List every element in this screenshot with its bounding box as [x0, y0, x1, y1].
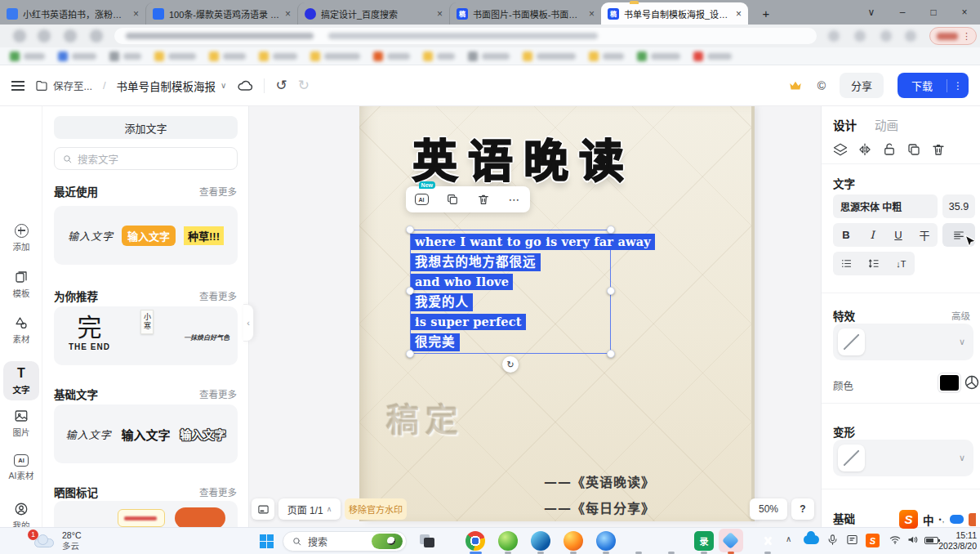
text-line[interactable]: is super perfect [411, 314, 526, 330]
browser-menu-icon[interactable]: ⋮ [962, 31, 971, 42]
start-button[interactable] [260, 534, 274, 548]
effect-select[interactable]: ∨ [833, 324, 973, 360]
text-line[interactable]: and who Ilove [411, 274, 513, 290]
document-title[interactable]: 书单号自制模板海报 ∨ [117, 78, 227, 94]
trash-icon[interactable] [931, 142, 946, 157]
sidebar-item-ai-assets[interactable]: AI AI素材 [0, 454, 42, 481]
extension-icon[interactable] [854, 30, 866, 42]
ime-emoji-icon[interactable]: •, [939, 516, 946, 524]
download-more-icon[interactable]: ⋮ [947, 80, 969, 92]
home-button[interactable] [90, 29, 103, 42]
text-style-script[interactable]: 输入文字 [65, 427, 111, 442]
resize-handle-w[interactable] [406, 287, 414, 295]
forward-button[interactable] [38, 29, 51, 42]
resize-handle-nw[interactable] [406, 226, 414, 234]
ime-toolbox-icon[interactable] [950, 515, 964, 524]
credit-line-2[interactable]: ——《每日分享》 [544, 498, 655, 517]
tab-design[interactable]: 设计 [833, 116, 857, 133]
taskbar-edge-icon[interactable] [531, 531, 550, 551]
tab-animation[interactable]: 动画 [875, 116, 898, 133]
font-family-select[interactable]: 思源宋体 中粗 [833, 194, 938, 218]
ime-language-indicator[interactable]: 中 [923, 512, 934, 528]
see-more-link[interactable]: 查看更多 [199, 185, 237, 198]
font-size-input[interactable]: 35.9 [942, 194, 975, 218]
browser-update-button[interactable]: ⋮ [929, 27, 977, 45]
recent-text-card[interactable]: 输入文字 输入文字 种草!!! [54, 206, 238, 265]
bookmark-item[interactable] [693, 51, 732, 61]
task-view-button[interactable] [420, 534, 436, 548]
sogou-tray-icon[interactable]: S [866, 534, 880, 547]
italic-button[interactable]: I [859, 223, 885, 247]
tab-close-icon[interactable]: × [589, 8, 595, 20]
refresh-button[interactable] [64, 29, 77, 42]
cloud-drive-tray-icon[interactable] [804, 535, 819, 544]
text-style-script[interactable]: 输入文字 [68, 228, 114, 243]
taskbar-chrome-icon[interactable] [466, 531, 485, 551]
text-line[interactable]: where I want to go is very far away [411, 234, 655, 250]
browser-tab-5-active[interactable]: 稿 书单号自制模板海报_设计页 - 稿 × [601, 2, 748, 25]
advanced-link[interactable]: 高级 [951, 309, 970, 322]
bookmark-item[interactable] [10, 51, 45, 61]
slogan-style[interactable]: 一抹焕白好气色 [184, 333, 229, 342]
browser-tab-3[interactable]: 搞定设计_百度搜索 × [297, 2, 449, 25]
taskbar-browser360se-icon[interactable] [498, 531, 518, 551]
orange-blob-sticker[interactable] [175, 507, 225, 527]
line-spacing-button[interactable] [860, 252, 887, 275]
panel-collapse-handle[interactable]: ‹ [243, 304, 254, 342]
window-maximize-button[interactable]: □ [918, 0, 949, 25]
remove-watermark-button[interactable]: 移除官方水印 [345, 498, 407, 520]
underline-button[interactable]: U [885, 223, 911, 247]
save-to-button[interactable]: 保存至... [35, 78, 92, 93]
delete-button[interactable] [468, 186, 499, 212]
credit-line-1[interactable]: ——《英语晚读》 [544, 471, 655, 491]
resize-handle-ne[interactable] [607, 226, 615, 234]
taskbar-clock[interactable]: 15:11 2023/8/20 [929, 530, 977, 552]
bookmark-star-icon[interactable] [880, 30, 892, 42]
bookmark-item[interactable] [259, 51, 297, 61]
microphone-tray-icon[interactable] [826, 534, 839, 546]
browser-tab-2[interactable]: 100条-爆款英语鸡汤语录 - 飞书 × [145, 2, 297, 25]
help-button[interactable]: ? [791, 498, 814, 520]
ime-skin-icon[interactable] [969, 513, 976, 526]
text-style-bold[interactable]: 输入文字 [122, 426, 171, 443]
wifi-icon[interactable] [889, 534, 902, 546]
browser-tab-1[interactable]: 小红书英语拍书，涨粉特别快， × [0, 2, 145, 25]
sidebar-item-assets[interactable]: 素材 [0, 315, 42, 345]
tray-expand-icon[interactable]: ∧ [786, 534, 791, 543]
extension-icon[interactable] [828, 30, 840, 42]
bookmark-item[interactable] [109, 51, 141, 61]
sidebar-item-text[interactable]: T 文字 [0, 366, 42, 395]
download-button[interactable]: 下载 ⋮ [898, 73, 969, 98]
text-style-orange-chip[interactable]: 输入文字 [122, 226, 176, 246]
page-list-button[interactable] [252, 498, 274, 520]
flip-icon[interactable] [858, 142, 872, 157]
bookmark-item[interactable] [373, 51, 410, 61]
layers-icon[interactable] [833, 142, 848, 157]
back-button[interactable] [13, 29, 26, 42]
tab-close-icon[interactable]: × [133, 8, 139, 20]
new-tab-button[interactable]: + [756, 3, 776, 23]
cloud-sync-icon[interactable] [237, 78, 253, 94]
recommend-card[interactable]: 完 THE END 小寒 一抹焕白好气色 [54, 306, 238, 365]
window-menu-chevron[interactable]: ∨ [856, 0, 887, 25]
redo-button[interactable]: ↻ [298, 77, 310, 94]
volume-icon[interactable] [906, 534, 919, 546]
share-button[interactable]: 分享 [840, 73, 884, 98]
duplicate-icon[interactable] [906, 142, 921, 157]
text-line[interactable]: 我爱的人 [411, 293, 473, 311]
bullet-list-button[interactable] [833, 252, 860, 275]
sidebar-item-templates[interactable]: 模板 [0, 270, 42, 299]
resize-handle-sw[interactable] [406, 350, 414, 358]
color-swatch[interactable] [938, 373, 960, 392]
browser-tab-4[interactable]: 稿 书面图片-书面模板-书面海报图片 × [449, 2, 601, 25]
sidebar-item-add[interactable]: 添加 [0, 224, 42, 252]
see-more-link[interactable]: 查看更多 [199, 387, 237, 400]
taskbar-firefox-icon[interactable] [564, 531, 583, 551]
design-canvas[interactable]: 英语晚读 AI New ⋯ where I want to go is very… [249, 106, 821, 527]
crown-vip-icon[interactable] [787, 78, 804, 93]
tab-close-icon[interactable]: × [285, 8, 291, 20]
more-options-button[interactable]: ⋯ [499, 186, 530, 212]
tab-close-icon[interactable]: × [437, 8, 443, 20]
resize-handle-e[interactable] [607, 287, 615, 295]
copyright-icon[interactable]: © [817, 79, 826, 92]
